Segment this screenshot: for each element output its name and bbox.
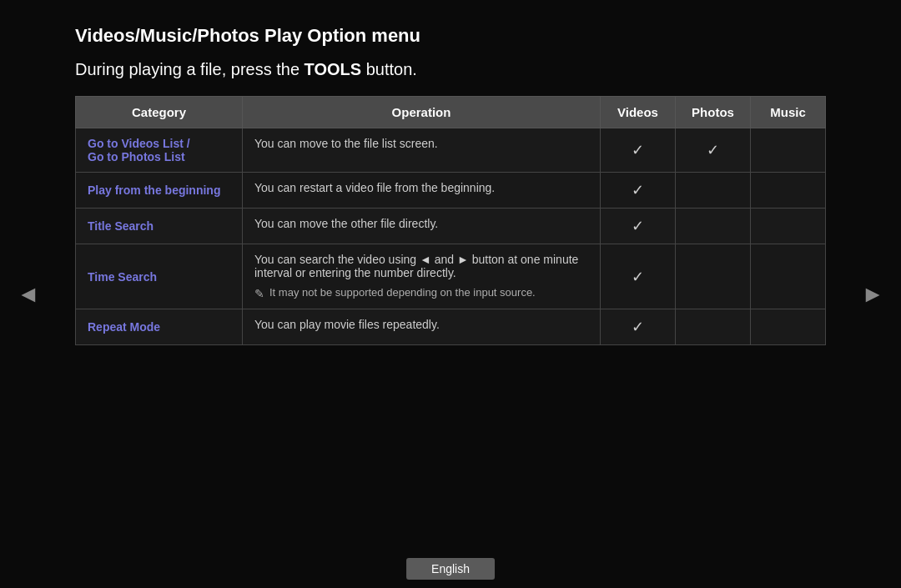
category-cell: Title Search <box>76 209 243 244</box>
operation-cell: You can search the video using ◄ and ► b… <box>243 244 601 309</box>
table-row: Go to Videos List / Go to Photos ListYou… <box>76 128 826 173</box>
category-cell: Play from the beginning <box>76 173 243 209</box>
col-header-operation: Operation <box>243 97 601 128</box>
check-videos: ✓ <box>601 244 676 309</box>
table-row: Play from the beginningYou can restart a… <box>76 173 826 209</box>
check-photos: ✓ <box>676 128 751 173</box>
subtitle-plain: During playing a file, press the <box>75 60 305 78</box>
col-header-videos: Videos <box>601 97 676 128</box>
category-cell: Time Search <box>76 244 243 309</box>
check-music <box>751 244 826 309</box>
check-videos: ✓ <box>601 309 676 345</box>
table-row: Repeat ModeYou can play movie files repe… <box>76 309 826 345</box>
check-photos <box>676 244 751 309</box>
check-music <box>751 173 826 209</box>
check-videos: ✓ <box>601 209 676 244</box>
col-header-photos: Photos <box>676 97 751 128</box>
language-button[interactable]: English <box>406 558 495 580</box>
subtitle-bold: TOOLS <box>305 60 362 78</box>
operation-cell: You can move the other file directly. <box>243 209 601 244</box>
check-photos <box>676 309 751 345</box>
operation-cell: You can restart a video file from the be… <box>243 173 601 209</box>
check-music <box>751 209 826 244</box>
check-photos <box>676 173 751 209</box>
page-title: Videos/Music/Photos Play Option menu <box>75 25 826 47</box>
note-block: ✎It may not be supported depending on th… <box>254 286 588 300</box>
check-photos <box>676 209 751 244</box>
nav-arrow-right[interactable]: ► <box>861 281 884 308</box>
content-area: Videos/Music/Photos Play Option menu Dur… <box>75 25 826 345</box>
category-cell: Go to Videos List / Go to Photos List <box>76 128 243 173</box>
table-row: Time SearchYou can search the video usin… <box>76 244 826 309</box>
col-header-music: Music <box>751 97 826 128</box>
check-videos: ✓ <box>601 173 676 209</box>
table-body: Go to Videos List / Go to Photos ListYou… <box>76 128 826 345</box>
table-row: Title SearchYou can move the other file … <box>76 209 826 244</box>
operation-cell: You can move to the file list screen. <box>243 128 601 173</box>
note-text: It may not be supported depending on the… <box>269 286 536 299</box>
check-videos: ✓ <box>601 128 676 173</box>
nav-arrow-left[interactable]: ◄ <box>17 281 40 308</box>
category-cell: Repeat Mode <box>76 309 243 345</box>
check-music <box>751 309 826 345</box>
subtitle-end: button. <box>361 60 417 78</box>
check-music <box>751 128 826 173</box>
col-header-category: Category <box>76 97 243 128</box>
operation-cell: You can play movie files repeatedly. <box>243 309 601 345</box>
options-table: Category Operation Videos Photos Music G… <box>75 96 826 345</box>
subtitle: During playing a file, press the TOOLS b… <box>75 60 826 79</box>
table-header: Category Operation Videos Photos Music <box>76 97 826 128</box>
